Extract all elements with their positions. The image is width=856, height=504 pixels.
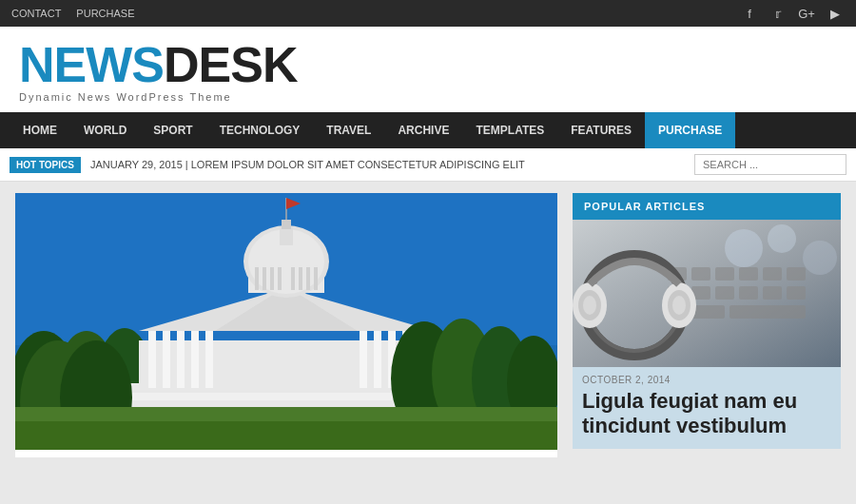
svg-rect-58 bbox=[763, 286, 782, 300]
svg-rect-59 bbox=[787, 286, 806, 300]
popular-article-date: OCTOBER 2, 2014 bbox=[573, 367, 841, 389]
svg-rect-53 bbox=[787, 267, 806, 281]
main-article-image bbox=[15, 193, 557, 450]
search-input[interactable] bbox=[694, 154, 846, 175]
nav-archive[interactable]: ARCHIVE bbox=[384, 112, 462, 148]
top-bar: CONTACT PURCHASE f 𝕣 G+ ▶ bbox=[0, 0, 856, 27]
svg-point-69 bbox=[672, 296, 686, 315]
svg-rect-13 bbox=[191, 331, 199, 388]
main-article bbox=[15, 193, 557, 457]
svg-rect-45 bbox=[15, 421, 557, 450]
main-nav: HOME WORLD SPORT TECHNOLOGY TRAVEL ARCHI… bbox=[0, 112, 856, 148]
logo[interactable]: NEWS DESK Dynamic News WordPress Theme bbox=[19, 40, 297, 103]
svg-rect-32 bbox=[270, 267, 274, 290]
nav-travel[interactable]: TRAVEL bbox=[313, 112, 384, 148]
nav-home[interactable]: HOME bbox=[10, 112, 70, 148]
site-header: NEWS DESK Dynamic News WordPress Theme bbox=[0, 27, 856, 112]
svg-point-71 bbox=[768, 224, 796, 253]
svg-rect-56 bbox=[715, 286, 734, 300]
content-area: POPULAR ARTICLES bbox=[0, 182, 856, 469]
logo-tagline: Dynamic News WordPress Theme bbox=[19, 91, 297, 103]
svg-rect-27 bbox=[282, 220, 291, 229]
svg-rect-51 bbox=[739, 267, 758, 281]
popular-section: POPULAR ARTICLES bbox=[573, 193, 841, 449]
svg-rect-37 bbox=[314, 267, 318, 290]
svg-rect-52 bbox=[763, 267, 782, 281]
contact-link[interactable]: CONTACT bbox=[11, 8, 61, 19]
logo-news: NEWS bbox=[19, 40, 164, 89]
svg-rect-50 bbox=[715, 267, 734, 281]
search-box bbox=[694, 154, 846, 175]
svg-rect-49 bbox=[691, 267, 710, 281]
svg-rect-12 bbox=[177, 331, 185, 388]
svg-point-72 bbox=[803, 241, 837, 275]
sidebar: POPULAR ARTICLES bbox=[573, 193, 841, 457]
article-caption bbox=[15, 450, 557, 457]
nav-purchase[interactable]: PURCHASE bbox=[645, 112, 735, 148]
nav-sport[interactable]: SPORT bbox=[140, 112, 205, 148]
ticker-text: JANUARY 29, 2015 | LOREM IPSUM DOLOR SIT… bbox=[90, 159, 525, 170]
nav-technology[interactable]: TECHNOLOGY bbox=[206, 112, 314, 148]
svg-point-66 bbox=[583, 296, 596, 315]
svg-rect-35 bbox=[299, 267, 302, 290]
ticker-bar: HOT TOPICS JANUARY 29, 2015 | LOREM IPSU… bbox=[0, 148, 856, 182]
svg-rect-61 bbox=[730, 305, 806, 319]
twitter-icon[interactable]: 𝕣 bbox=[768, 4, 788, 23]
popular-article-title[interactable]: Ligula feugiat nam eu tincidunt vestibul… bbox=[573, 389, 841, 439]
purchase-link[interactable]: PURCHASE bbox=[76, 8, 134, 19]
svg-rect-34 bbox=[291, 267, 295, 290]
social-links: f 𝕣 G+ ▶ bbox=[740, 4, 845, 23]
svg-rect-36 bbox=[306, 267, 310, 290]
svg-rect-15 bbox=[360, 331, 367, 388]
hot-topics-badge: HOT TOPICS bbox=[10, 157, 81, 173]
facebook-icon[interactable]: f bbox=[740, 4, 759, 23]
svg-rect-10 bbox=[148, 331, 156, 388]
logo-desk: DESK bbox=[164, 40, 297, 89]
google-plus-icon[interactable]: G+ bbox=[797, 4, 816, 23]
nav-templates[interactable]: TEMPLATES bbox=[462, 112, 557, 148]
svg-rect-14 bbox=[205, 331, 213, 388]
svg-rect-33 bbox=[278, 267, 282, 290]
nav-world[interactable]: WORLD bbox=[70, 112, 140, 148]
svg-rect-16 bbox=[374, 331, 381, 388]
svg-rect-11 bbox=[163, 331, 170, 388]
popular-article-image bbox=[573, 220, 841, 367]
youtube-icon[interactable]: ▶ bbox=[826, 4, 845, 23]
svg-rect-30 bbox=[255, 267, 259, 290]
svg-rect-31 bbox=[263, 267, 266, 290]
svg-point-70 bbox=[725, 229, 763, 267]
nav-features[interactable]: FEATURES bbox=[557, 112, 645, 148]
top-bar-links: CONTACT PURCHASE bbox=[11, 8, 134, 19]
svg-rect-57 bbox=[739, 286, 758, 300]
popular-articles-header: POPULAR ARTICLES bbox=[573, 193, 841, 220]
